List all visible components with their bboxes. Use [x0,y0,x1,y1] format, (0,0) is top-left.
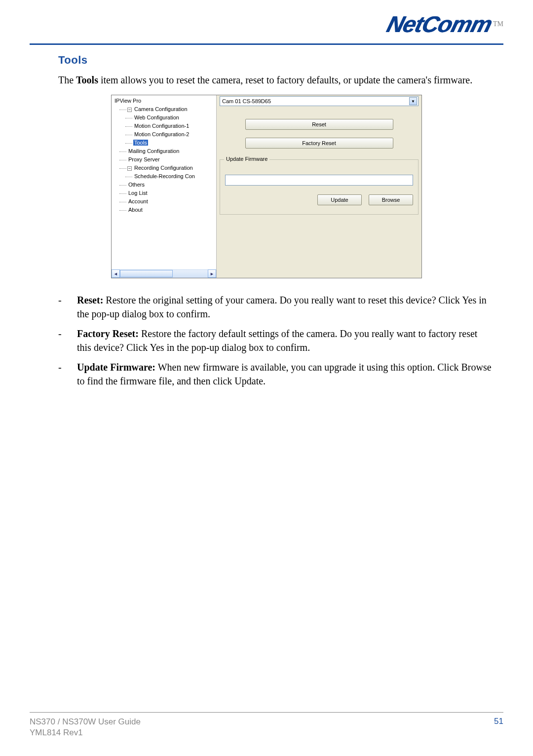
page-footer: NS370 / NS370W User Guide YML814 Rev1 51 [30,712,503,738]
brand-logo: NetComm [384,11,495,38]
tree-label-selected: Tools [133,140,148,146]
scroll-track[interactable] [120,269,208,278]
bullet-title: Update Firmware: [77,362,155,373]
tree-node[interactable]: Mailing Configuration [119,147,216,155]
footer-guide-title: NS370 / NS370W User Guide [30,717,141,727]
bullet-list: - Reset: Restore the original setting of… [58,293,494,388]
page-number: 51 [494,717,503,726]
firmware-path-input[interactable] [225,175,413,186]
tree-node[interactable]: −Recording Configuration Schedule-Record… [119,164,216,181]
bullet-text: Restore the original setting of your cam… [77,295,487,319]
tree-label: Web Configuration [133,114,180,120]
header: NetComm TM [30,0,503,43]
horizontal-scrollbar[interactable]: ◄ ► [112,269,216,278]
factory-reset-button[interactable]: Factory Reset [245,138,393,149]
tree-node[interactable]: Motion Configuration-2 [125,130,216,139]
tree-node[interactable]: Schedule-Recording Con [125,172,216,181]
list-item: - Update Firmware: When new firmware is … [58,360,494,388]
update-firmware-group: Update Firmware Update Browse [220,159,419,215]
footer-revision: YML814 Rev1 [30,727,141,738]
bullet-dash: - [58,360,77,388]
content-pane: Cam 01 CS-589D65 ▼ Reset Factory Reset U… [217,95,421,278]
chevron-down-icon[interactable]: ▼ [409,97,417,105]
tree-label: Recording Configuration [133,165,194,171]
reset-button[interactable]: Reset [245,119,393,130]
collapse-icon[interactable]: − [127,166,132,171]
bullet-dash: - [58,327,77,354]
tree-label: Motion Configuration-1 [133,123,190,129]
list-item: - Reset: Restore the original setting of… [58,293,494,321]
collapse-icon[interactable]: − [127,108,132,112]
tree-label: IPView Pro [114,98,142,104]
intro-text-post: item allows you to reset the camera, res… [98,75,472,85]
tree-label: Others [127,182,146,188]
list-item: - Factory Reset: Restore the factory def… [58,327,494,354]
browse-button[interactable]: Browse [369,194,413,205]
tree-node-selected[interactable]: Tools [125,139,216,147]
tree-node[interactable]: About [119,206,216,214]
camera-select-value: Cam 01 CS-589D65 [222,98,271,104]
tree-label: About [127,207,144,213]
tree-node[interactable]: −Camera Configuration Web Configuration … [119,105,216,147]
tree-node[interactable]: Motion Configuration-1 [125,122,216,130]
tree-root-node[interactable]: IPView Pro −Camera Configuration Web Con… [114,97,216,214]
tree-node[interactable]: Others [119,181,216,189]
tree-label: Mailing Configuration [127,148,180,154]
tree-label: Schedule-Recording Con [133,173,196,179]
update-button[interactable]: Update [317,194,362,205]
tree-node[interactable]: Account [119,197,216,206]
bullet-dash: - [58,293,77,321]
group-title: Update Firmware [224,156,269,162]
section-heading: Tools [58,54,503,67]
trademark-symbol: TM [493,20,503,28]
intro-paragraph: The Tools item allows you to reset the c… [58,74,498,87]
tree-node[interactable]: Web Configuration [125,113,216,122]
intro-text-pre: The [58,75,76,85]
scroll-right-icon[interactable]: ► [208,269,216,278]
camera-select[interactable]: Cam 01 CS-589D65 ▼ [220,96,419,106]
tree-label: Camera Configuration [133,106,189,112]
tree-label: Proxy Server [127,156,161,162]
scroll-left-icon[interactable]: ◄ [112,269,120,278]
tree-node[interactable]: Proxy Server [119,155,216,164]
tree-node[interactable]: Log List [119,189,216,197]
header-rule [30,43,503,45]
bullet-title: Reset: [77,295,103,305]
tree-label: Log List [127,190,149,196]
intro-bold: Tools [76,75,98,85]
tree-label: Motion Configuration-2 [133,131,190,137]
bullet-title: Factory Reset: [77,328,139,339]
tree-pane[interactable]: IPView Pro −Camera Configuration Web Con… [112,95,217,278]
scroll-thumb[interactable] [120,270,173,277]
tree-label: Account [127,198,149,204]
app-window: IPView Pro −Camera Configuration Web Con… [111,95,422,278]
